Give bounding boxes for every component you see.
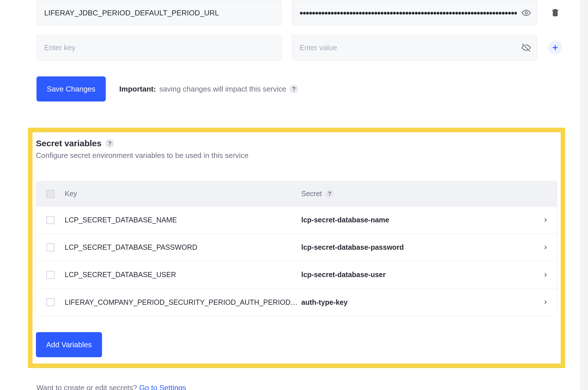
important-note: Important: saving changes will impact th…: [119, 85, 298, 94]
env-var-value-input[interactable]: [292, 0, 537, 26]
env-var-row: [36, 0, 558, 26]
column-header-key: Key: [65, 190, 301, 198]
save-changes-button[interactable]: Save Changes: [36, 76, 106, 101]
select-all-checkbox[interactable]: [46, 190, 54, 198]
secret-variables-table: Key Secret ? LCP_SECRET_DATABASE_NAME lc…: [36, 181, 557, 316]
important-label: Important:: [119, 85, 156, 94]
table-row[interactable]: LCP_SECRET_DATABASE_PASSWORD lcp-secret-…: [36, 234, 557, 261]
row-key: LCP_SECRET_DATABASE_PASSWORD: [65, 243, 301, 251]
row-checkbox[interactable]: [46, 271, 54, 279]
add-variables-button[interactable]: Add Variables: [36, 332, 102, 357]
important-text: saving changes will impact this service: [159, 85, 286, 94]
row-checkbox[interactable]: [46, 243, 54, 251]
env-var-new-value-wrap: [292, 35, 537, 60]
env-var-new-key-input[interactable]: [36, 35, 282, 60]
chevron-right-icon: [534, 299, 557, 305]
secret-variables-panel: Secret variables ? Configure secret envi…: [28, 128, 565, 368]
row-key: LCP_SECRET_DATABASE_USER: [65, 271, 301, 279]
table-row[interactable]: LCP_SECRET_DATABASE_NAME lcp-secret-data…: [36, 206, 557, 234]
delete-row[interactable]: [547, 7, 563, 18]
chevron-right-icon: [534, 217, 557, 223]
help-icon[interactable]: ?: [105, 139, 114, 148]
row-secret: auth-type-key: [301, 298, 534, 306]
secret-variables-description: Configure secret environment variables t…: [36, 151, 557, 160]
secret-variables-title: Secret variables: [36, 139, 101, 148]
go-to-settings-link[interactable]: Go to Settings: [139, 383, 186, 390]
row-secret: lcp-secret-database-name: [301, 216, 534, 224]
plus-icon: [548, 41, 562, 54]
eye-off-icon[interactable]: [520, 42, 532, 53]
column-header-secret: Secret ?: [301, 190, 534, 198]
trash-icon: [550, 7, 560, 18]
footer-text: Want to create or edit secrets? Go to Se…: [36, 383, 558, 390]
row-secret: lcp-secret-database-user: [301, 271, 534, 279]
env-var-new-row: [36, 35, 558, 60]
row-secret: lcp-secret-database-password: [301, 243, 534, 251]
panel-heading: Secret variables ?: [36, 139, 557, 148]
chevron-right-icon: [534, 244, 557, 251]
row-checkbox[interactable]: [46, 216, 54, 224]
help-icon[interactable]: ?: [290, 85, 298, 93]
row-key: LIFERAY_COMPANY_PERIOD_SECURITY_PERIOD_A…: [65, 298, 301, 306]
table-row[interactable]: LIFERAY_COMPANY_PERIOD_SECURITY_PERIOD_A…: [36, 289, 557, 316]
eye-icon[interactable]: [520, 7, 532, 19]
env-var-value-wrap: [292, 0, 537, 26]
table-header: Key Secret ?: [36, 181, 557, 206]
chevron-right-icon: [534, 272, 557, 278]
svg-point-0: [525, 12, 527, 14]
add-row[interactable]: [547, 41, 563, 54]
env-var-new-value-input[interactable]: [292, 35, 537, 60]
env-var-key-input[interactable]: [36, 0, 282, 26]
row-key: LCP_SECRET_DATABASE_NAME: [65, 216, 301, 224]
row-checkbox[interactable]: [46, 298, 54, 306]
table-row[interactable]: LCP_SECRET_DATABASE_USER lcp-secret-data…: [36, 261, 557, 289]
help-icon[interactable]: ?: [325, 190, 334, 198]
